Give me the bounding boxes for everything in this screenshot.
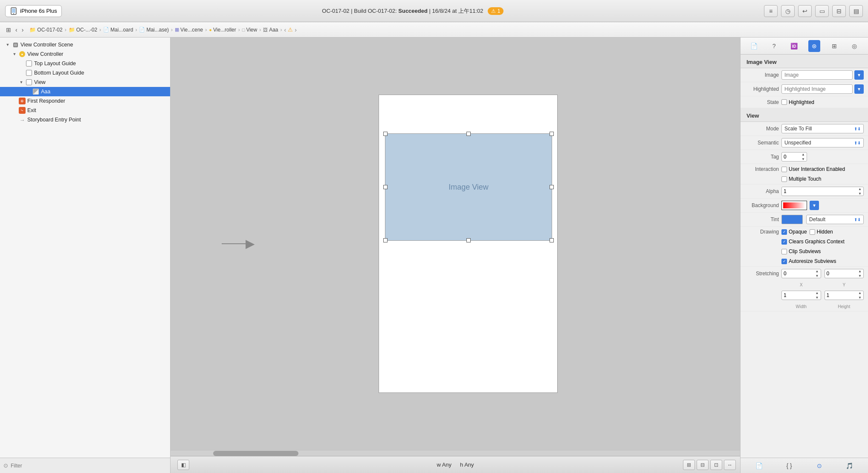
breadcrumb-item-4[interactable]: ▦ Vie...cene — [175, 27, 203, 33]
tree-item-first-responder[interactable]: ⊕ First Responder — [0, 96, 170, 106]
image-dropdown-btn[interactable]: ▾ — [854, 70, 864, 80]
file-inspector-btn[interactable]: 📄 — [748, 40, 760, 52]
vc-arrow[interactable]: ▼ — [12, 52, 17, 56]
clears-context-checkbox[interactable] — [781, 239, 787, 245]
stretch-x-stepper[interactable]: ▲▼ — [816, 269, 819, 278]
opaque-checkbox[interactable] — [781, 229, 787, 235]
stretch-height-stepper[interactable]: ▲▼ — [858, 291, 862, 300]
canvas-tool-3[interactable]: ⊡ — [710, 460, 722, 470]
highlighted-dropdown-btn[interactable]: ▾ — [854, 84, 864, 94]
handle-bl[interactable] — [383, 238, 388, 242]
multiple-touch-checkbox[interactable] — [781, 176, 787, 182]
mode-label: Mode — [745, 126, 779, 132]
semantic-select[interactable]: Unspecified ⬆⬇ — [781, 138, 864, 147]
tint-color-swatch[interactable] — [781, 215, 803, 224]
canvas-area: ▶ Image View — [171, 37, 740, 473]
identity-btn[interactable]: 🆔 — [788, 40, 800, 52]
alpha-input[interactable]: 1 ▲▼ — [781, 187, 864, 196]
scene-arrow[interactable]: ▼ — [5, 43, 10, 47]
handle-tm[interactable] — [466, 132, 471, 136]
hidden-checkbox[interactable] — [810, 229, 815, 235]
canvas-panel-toggle[interactable]: ◧ — [177, 460, 189, 470]
background-color-swatch[interactable] — [781, 201, 807, 210]
breadcrumb-back-nav[interactable]: ‹ — [284, 26, 286, 33]
grid-button[interactable]: ≡ — [764, 5, 778, 17]
tint-select-arrow: ⬆⬇ — [854, 217, 861, 222]
alpha-stepper[interactable]: ▲▼ — [858, 187, 862, 196]
background-dropdown-btn[interactable]: ▾ — [810, 201, 819, 210]
breadcrumb-forward-nav[interactable]: › — [295, 26, 297, 33]
canvas-tool-1[interactable]: ⊞ — [683, 460, 695, 470]
handle-br[interactable] — [550, 238, 554, 242]
tree-item-exit[interactable]: ⤷ Exit — [0, 106, 170, 115]
size-btn[interactable]: ⊞ — [828, 40, 840, 52]
layout-version-button[interactable]: ▤ — [849, 5, 863, 17]
attributes-btn active[interactable]: ⊛ — [808, 40, 820, 52]
breadcrumb-item-0[interactable]: 📁 OC-017-02 — [29, 27, 62, 33]
nav-back-button[interactable]: ‹ — [14, 26, 19, 34]
back-button[interactable]: ↩ — [798, 5, 812, 17]
build-info: OC-017-02 | Build OC-017-02: Succeeded |… — [66, 7, 760, 15]
mode-select[interactable]: Scale To Fill ⬆⬇ — [781, 124, 864, 133]
media-btn[interactable]: 🎵 — [844, 460, 856, 472]
canvas-tool-2[interactable]: ⊟ — [697, 460, 709, 470]
highlighted-input[interactable] — [781, 84, 853, 94]
canvas-left-tools: ◧ — [177, 460, 189, 470]
handle-ml[interactable] — [383, 185, 388, 189]
stretch-y-stepper[interactable]: ▲▼ — [858, 269, 862, 278]
autoresize-checkbox[interactable] — [781, 259, 787, 264]
breadcrumb-item-2[interactable]: 📄 Mai...oard — [103, 27, 133, 33]
filter-input[interactable] — [11, 463, 167, 469]
tree-item-scene[interactable]: ▼ ⊟ View Controller Scene — [0, 40, 170, 49]
breadcrumb-item-7[interactable]: 🖼 Aaa — [263, 27, 278, 33]
horizontal-scrollbar[interactable] — [171, 450, 740, 456]
breadcrumb-item-3[interactable]: 📄 Mai...ase) — [139, 27, 169, 33]
user-interaction-label: User Interaction Enabled — [789, 166, 845, 172]
canvas-tool-4[interactable]: ↔ — [724, 460, 736, 470]
tree-item-aaa[interactable]: Aaa — [0, 87, 170, 96]
tree-item-top-layout[interactable]: Top Layout Guide — [0, 59, 170, 68]
scrollbar-thumb[interactable] — [213, 451, 298, 456]
scene-label: View Controller Scene — [20, 42, 73, 48]
clip-subviews-checkbox[interactable] — [781, 249, 787, 254]
breadcrumb-item-1[interactable]: 📁 OC-...-02 — [69, 27, 97, 33]
clears-context-label: Clears Graphics Context — [789, 239, 845, 245]
handle-bm[interactable] — [466, 238, 471, 242]
tag-input[interactable]: 0 ▲▼ — [781, 152, 807, 162]
handle-mr[interactable] — [550, 185, 554, 189]
connections-btn[interactable]: ◎ — [848, 40, 860, 52]
file-btn[interactable]: 📄 — [753, 460, 765, 472]
breadcrumb-item-6[interactable]: □ View — [242, 27, 257, 33]
stretch-width-input[interactable]: 1 ▲▼ — [781, 291, 821, 300]
device-selector[interactable]: iPhone 6s Plus — [5, 5, 62, 17]
highlighted-checkbox[interactable] — [781, 99, 787, 105]
active-btn[interactable]: ⊙ — [813, 460, 825, 472]
tag-stepper[interactable]: ▲▼ — [801, 152, 805, 162]
tree-item-vc[interactable]: ▼ ● View Controller — [0, 49, 170, 59]
layout-standard-button[interactable]: ▭ — [815, 5, 829, 17]
clock-button[interactable]: ◷ — [781, 5, 795, 17]
handle-tr[interactable] — [550, 132, 554, 136]
layout-assistant-button[interactable]: ⊟ — [832, 5, 846, 17]
image-input[interactable] — [781, 70, 853, 80]
object-btn[interactable]: { } — [783, 460, 795, 472]
tint-select[interactable]: Default ⬆⬇ — [806, 215, 864, 224]
stretch-x-input[interactable]: 0 ▲▼ — [781, 269, 821, 278]
image-view-element[interactable]: Image View — [385, 133, 552, 241]
tree-item-view[interactable]: ▼ View — [0, 78, 170, 87]
tree-item-entry-point[interactable]: → Storyboard Entry Point — [0, 115, 170, 124]
tree-item-bottom-layout[interactable]: Bottom Layout Guide — [0, 68, 170, 78]
nav-forward-button[interactable]: › — [20, 26, 26, 34]
view-arrow[interactable]: ▼ — [19, 80, 24, 84]
stretch-height-input[interactable]: 1 ▲▼ — [825, 291, 864, 300]
stretch-width-stepper[interactable]: ▲▼ — [816, 291, 819, 300]
user-interaction-checkbox[interactable] — [781, 167, 787, 172]
stretch-y-input[interactable]: 0 ▲▼ — [825, 269, 864, 278]
handle-tl[interactable] — [383, 132, 388, 136]
svg-rect-1 — [12, 9, 15, 13]
nav-grid-button[interactable]: ⊞ — [4, 26, 13, 34]
state-value: Highlighted — [781, 99, 864, 105]
breadcrumb-item-5[interactable]: ● Vie...roller — [209, 27, 236, 33]
help-btn[interactable]: ? — [768, 40, 780, 52]
top-layout-icon — [26, 60, 32, 67]
